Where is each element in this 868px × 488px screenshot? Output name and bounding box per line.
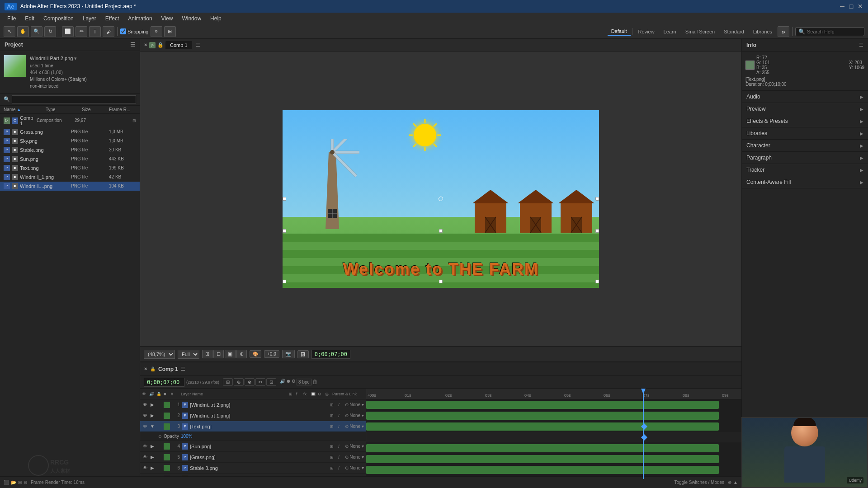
toggle-switches[interactable]: Toggle Switches / Modes — [674, 480, 724, 485]
menu-animation[interactable]: Animation — [124, 14, 156, 23]
layer-5-color[interactable] — [164, 454, 170, 460]
bottom-right-2[interactable]: ▲ — [733, 480, 738, 485]
layer-1-vis[interactable]: 👁 — [142, 402, 148, 408]
close-icon[interactable]: ✕ — [857, 3, 863, 9]
tl-tool-5[interactable]: ⊡ — [266, 378, 276, 386]
track-bar-6[interactable] — [366, 466, 719, 474]
section-effects-presets[interactable]: Effects & Presets ▶ — [742, 115, 868, 127]
workspace-default[interactable]: Default — [608, 28, 631, 36]
tl-bottom-2[interactable]: 📂 — [11, 480, 16, 485]
select-handle-bl[interactable] — [283, 280, 286, 283]
layer-row-5[interactable]: 👁 ▶ 5 P [Grass.png] ⊞ / ⊙ None ▾ — [140, 452, 366, 463]
comp-tab-1[interactable]: Comp 1 — [165, 41, 192, 49]
center-anchor[interactable] — [439, 197, 443, 201]
tl-icon-1[interactable]: 🔊 — [280, 379, 285, 385]
layer-6-sw2[interactable]: / — [336, 465, 342, 471]
select-handle-right[interactable] — [595, 197, 599, 201]
layer-1-color[interactable] — [164, 402, 170, 408]
file-item-grass[interactable]: P ■ Grass.png PNG file 1,3 MB — [0, 127, 140, 136]
menu-effect[interactable]: Effect — [102, 14, 123, 23]
layer-1-audio[interactable] — [156, 402, 163, 408]
file-item-windmill1[interactable]: P ■ Windmill_1.png PNG file 42 KB — [0, 173, 140, 182]
select-handle-left[interactable] — [283, 197, 286, 201]
track-bar-3[interactable] — [366, 422, 719, 431]
show-snapshot-btn[interactable]: 🖼 — [297, 350, 309, 358]
more-workspaces[interactable]: » — [778, 26, 789, 37]
layer-2-expand[interactable]: ▶ — [149, 413, 156, 419]
layer-2-audio[interactable] — [156, 413, 163, 419]
menu-layer[interactable]: Layer — [79, 14, 100, 23]
layer-4-audio[interactable] — [156, 443, 163, 450]
view-options[interactable]: ⊞ — [164, 26, 176, 37]
layer-2-color[interactable] — [164, 413, 170, 419]
section-tracker[interactable]: Tracker ▶ — [742, 164, 868, 176]
section-content-aware-fill[interactable]: Content-Aware Fill ▶ — [742, 176, 868, 188]
layer-row-1[interactable]: 👁 ▶ 1 P [Windmi...rt 2.png] ⊞ / ⊙ None ▾ — [140, 399, 366, 410]
track-bar-5[interactable] — [366, 455, 719, 463]
section-audio[interactable]: Audio ▶ — [742, 91, 868, 103]
zoom-select[interactable]: (48,7%) — [144, 350, 175, 359]
layer-row-6[interactable]: 👁 ▶ 6 P Stable 3.png ⊞ / ⊙ None ▾ — [140, 463, 366, 474]
tl-tool-4[interactable]: ✂ — [255, 378, 265, 386]
tl-bottom-3[interactable]: ⊞ — [18, 480, 22, 485]
layer-3-vis[interactable]: 👁 — [142, 423, 148, 430]
layer-2-vis[interactable]: 👁 — [142, 413, 148, 419]
layer-row-2[interactable]: 👁 ▶ 2 P [Windmi...rt 1.png] ⊞ / ⊙ None ▾ — [140, 410, 366, 421]
quality-select[interactable]: Full — [178, 350, 199, 359]
opacity-value[interactable]: 100% — [181, 434, 193, 439]
layer-6-color[interactable] — [164, 465, 170, 471]
track-bar-4[interactable] — [366, 444, 719, 452]
grid-view-btn[interactable]: ⊞ — [202, 350, 212, 358]
search-input[interactable] — [807, 29, 861, 34]
select-handle-bottom[interactable] — [439, 280, 443, 283]
layer-4-sw2[interactable]: / — [336, 443, 342, 450]
color-channels-btn[interactable]: 🎨 — [250, 350, 261, 358]
workspace-review[interactable]: Review — [635, 28, 658, 35]
tl-icon-3[interactable]: ⚙ — [292, 379, 296, 385]
tl-icon-2[interactable]: ⏺ — [286, 379, 291, 385]
layer-3-expand[interactable]: ▼ — [149, 423, 156, 430]
tl-close-btn[interactable]: ✕ — [144, 366, 147, 371]
file-item-sky[interactable]: P ■ Sky.png PNG file 1,0 MB — [0, 136, 140, 145]
layer-3-audio[interactable] — [156, 423, 163, 430]
menu-edit[interactable]: Edit — [21, 14, 38, 23]
timecode-display[interactable]: 0;00;07;00 — [311, 350, 350, 359]
menu-view[interactable]: View — [158, 14, 177, 23]
region-btn[interactable]: ⊟ — [213, 350, 224, 358]
rulers-btn[interactable]: ⊕ — [236, 350, 247, 358]
brush-tool[interactable]: 🖌 — [103, 26, 114, 37]
layer-4-color[interactable] — [164, 443, 170, 450]
tl-tool-3[interactable]: ⊗ — [245, 378, 255, 386]
layer-row-4[interactable]: 👁 ▶ 4 P [Sun.png] ⊞ / ⊙ None ▾ — [140, 441, 366, 452]
layer-1-sw1[interactable]: ⊞ — [329, 402, 335, 408]
tl-tool-2[interactable]: ⊕ — [234, 378, 244, 386]
snapping-checkbox[interactable] — [120, 28, 126, 34]
layer-6-audio[interactable] — [156, 465, 163, 471]
exposure-btn[interactable]: +0.0 — [264, 350, 279, 358]
maximize-icon[interactable]: □ — [848, 3, 854, 9]
layer-1-sw2[interactable]: / — [336, 402, 342, 408]
layer-6-vis[interactable]: 👁 — [142, 465, 148, 471]
tl-tool-1[interactable]: ⊞ — [223, 378, 233, 386]
workspace-learn[interactable]: Learn — [660, 28, 680, 35]
select-handle-top[interactable] — [439, 229, 443, 233]
title-bar-controls[interactable]: ─ □ ✕ — [839, 3, 863, 9]
file-item-comp1[interactable]: ▷ C Comp 1 Composition 29,97 ⊞ — [0, 114, 140, 127]
col-frame[interactable]: Frame R... — [109, 107, 136, 112]
tl-bottom-4[interactable]: ⊟ — [24, 480, 27, 485]
file-item-sun[interactable]: P ■ Sun.png PNG file 443 KB — [0, 155, 140, 164]
snapshot-btn[interactable]: 📷 — [282, 350, 295, 358]
section-paragraph[interactable]: Paragraph ▶ — [742, 152, 868, 164]
safe-zones-btn[interactable]: ▣ — [225, 350, 236, 358]
layer-5-sw1[interactable]: ⊞ — [329, 454, 335, 460]
layer-5-sw2[interactable]: / — [336, 454, 342, 460]
select-handle-tr[interactable] — [595, 229, 599, 233]
menu-file[interactable]: File — [4, 14, 19, 23]
select-handle-tl[interactable] — [283, 229, 286, 233]
layer-4-sw1[interactable]: ⊞ — [329, 443, 335, 450]
rotate-tool[interactable]: ↻ — [44, 26, 56, 37]
col-name[interactable]: Name ▲ — [4, 107, 46, 112]
layer-4-expand[interactable]: ▶ — [149, 443, 156, 450]
tl-menu-btn[interactable]: ☰ — [181, 366, 185, 372]
layer-1-expand[interactable]: ▶ — [149, 402, 156, 408]
